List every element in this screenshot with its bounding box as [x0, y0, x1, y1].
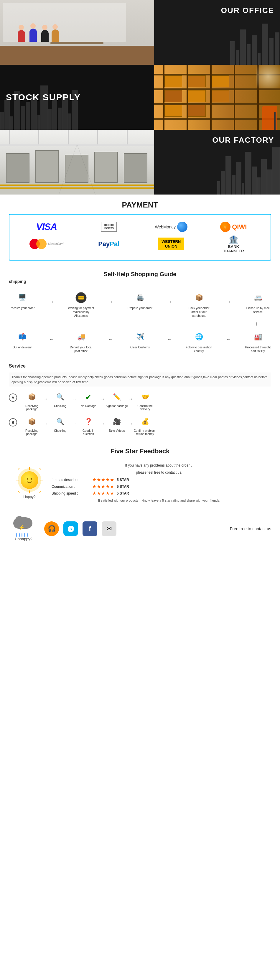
star-rating-3: 5 STAR [117, 491, 129, 495]
step-payment-label: Waiting for payment realcased by Aliexpr… [68, 306, 94, 318]
a-sign-label: Sign for package [105, 404, 127, 407]
bank-transfer-payment: 🏦 BANKTRANSFER [216, 235, 251, 253]
service-section: Service Thanks for choosing apeman produ… [0, 361, 280, 443]
sort-icon: 🏭 [251, 330, 265, 344]
arrow-5: ← [49, 336, 54, 342]
svg-point-3 [27, 478, 29, 480]
star-row-1: Item as described : ★★★★★ 5 STAR [52, 477, 267, 482]
route-b-steps: 📦 Receiving package → 🔍 Checking → ❓ Goo… [20, 415, 271, 436]
star-stars-1: ★★★★★ [92, 477, 115, 482]
b-step-3: ❓ Goods in question [76, 415, 100, 436]
feedback-footer: If satisfied with our products，kindly le… [52, 498, 267, 503]
star-rating-2: 5 STAR [117, 485, 129, 489]
route-a-steps: 📦 Receiving package → 🔍 Checking → ✔ No … [20, 391, 271, 411]
headset-icon[interactable]: 🎧 [44, 522, 59, 536]
step-sort: 🏭 Processed throught sort facility [245, 330, 271, 353]
star-label-2: Coumnication : [52, 485, 90, 489]
step-pack-label: Pack your order order at our warehouse [186, 306, 212, 318]
office-label: OUR OFFICE [221, 6, 274, 15]
service-note: Thanks for choosing apeman products.Plea… [9, 372, 271, 387]
stock-label: STOCK SUPPLY [6, 92, 81, 102]
depart-icon: 🚚 [74, 330, 88, 344]
prepare-icon: 🖨️ [133, 291, 147, 305]
b-refund-icon: 💰 [138, 415, 151, 428]
western-union-payment: WESTERNUNION [154, 237, 189, 250]
a-step-5: 🤝 Confirm the delivery [133, 391, 157, 411]
skype-icon[interactable]: S [64, 522, 78, 536]
out-delivery-icon: 📫 [15, 330, 29, 344]
b-question-label: Goods in question [76, 429, 100, 436]
customs-icon: ✈️ [133, 330, 147, 344]
contact-icons: 🎧 S f ✉ [44, 522, 218, 536]
a-step-3: ✔ No Damage [76, 391, 100, 407]
happy-col: Happy? [13, 467, 46, 499]
qiwi-icon: Q [220, 222, 231, 232]
star-stars-2: ★★★★★ [92, 484, 115, 489]
visa-logo: VISA [36, 221, 57, 232]
contact-headset[interactable]: 🎧 [44, 522, 59, 536]
unhappy-col: ⚡ Unhappy? [9, 516, 38, 541]
step-sort-label: Processed throught sort facility [245, 345, 271, 353]
b-step-2: 🔍 Checking [48, 415, 72, 433]
feedback-content: If you have any problems about the order… [52, 463, 267, 503]
shipping-steps-row1: 🖥️ Receive your order → 💳 Waiting for pa… [9, 288, 271, 321]
arrow-6: ← [108, 336, 113, 342]
mastercard-payment: MasterCard [29, 239, 64, 249]
svg-text:💳: 💳 [78, 295, 84, 301]
contact-email[interactable]: ✉ [102, 522, 116, 536]
bank-icon: 🏦 [228, 235, 239, 244]
payment-box: VISA ||| || ||| || ||| | |||| ||| || Bol… [9, 214, 271, 261]
svg-text:S: S [70, 527, 72, 531]
s-arrow-a3: → [100, 396, 105, 402]
payment-icon: 💳 [74, 291, 88, 305]
step-follow: 🌐 Folow to destination country [186, 330, 212, 353]
step-customs-label: Clear Customs [130, 345, 150, 349]
email-icon[interactable]: ✉ [102, 522, 116, 536]
b-check-icon: 🔍 [54, 415, 67, 428]
a-receive-label: Receiving package [20, 404, 44, 411]
webmoney-logo: WebMoney [155, 222, 188, 232]
b-step-4: 🎥 Take Videos [105, 415, 129, 433]
step-receive: 🖥️ Receive your order [9, 291, 35, 310]
payment-section: PAYMENT VISA ||| || ||| || ||| | |||| ||… [0, 194, 280, 266]
a-confirm-label: Confirm the delivery [133, 404, 157, 411]
free-contact-text: Free free to contact us [230, 527, 271, 531]
factory-photo [0, 130, 154, 194]
a-receive-icon: 📦 [25, 391, 38, 404]
webmoney-payment: WebMoney [154, 222, 189, 232]
b-receive-icon: 📦 [25, 415, 38, 428]
b-check-label: Checking [54, 429, 66, 433]
star-row-3: Shipping speed : ★★★★★ 5 STAR [52, 490, 267, 496]
star-rating-1: 5 STAR [117, 478, 129, 482]
happy-label: Happy? [23, 495, 35, 499]
rain-drops [16, 533, 28, 537]
arrow-2: → [108, 299, 113, 305]
b-video-icon: 🎥 [110, 415, 123, 428]
b-step-1: 📦 Receiving package [20, 415, 44, 436]
a-nodamage-icon: ✔ [82, 391, 95, 404]
paypal-payment: PayPal [91, 240, 126, 248]
feedback-title: Five Star Feedback [9, 447, 271, 455]
b-video-label: Take Videos [109, 429, 125, 433]
feedback-intro-1: If you have any problems about the order… [52, 463, 267, 468]
shipping-subtitle: shipping [9, 279, 271, 285]
stock-banner: STOCK SUPPLY [0, 65, 280, 130]
down-arrow: ↓ [9, 321, 271, 327]
a-confirm-icon: 🤝 [138, 391, 151, 404]
step-receive-label: Receive your order [10, 306, 35, 310]
s-arrow-a4: → [129, 396, 133, 402]
contact-facebook[interactable]: f [83, 522, 97, 536]
contact-skype[interactable]: S [64, 522, 78, 536]
facebook-icon[interactable]: f [83, 522, 97, 536]
a-step-4: ✏️ Sign for package [105, 391, 129, 407]
qiwi-logo: Q QIWI [220, 222, 247, 232]
step-depart: 🚚 Depart your local post office [68, 330, 94, 353]
b-step-5: 💰 Confirm problem, refund money [133, 415, 157, 436]
feedback-box: Happy? If you have any problems about th… [9, 458, 271, 507]
follow-icon: 🌐 [192, 330, 206, 344]
webmoney-sphere-icon [177, 222, 188, 232]
arrow-4: → [226, 299, 231, 305]
receive-icon: 🖥️ [15, 291, 29, 305]
s-arrow-a1: → [44, 396, 48, 402]
s-arrow-b4: → [129, 421, 133, 426]
